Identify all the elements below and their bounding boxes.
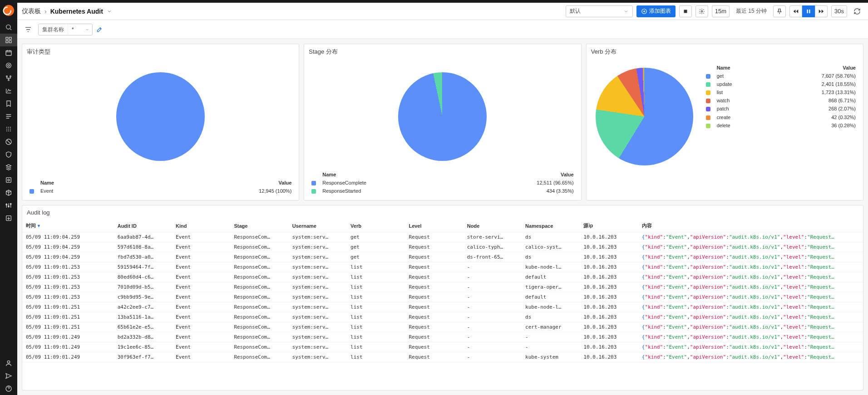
cell-audit-id: 65b61e2e-e5… bbox=[114, 322, 172, 332]
legend-name: create bbox=[715, 113, 762, 120]
nav-user-icon[interactable] bbox=[0, 357, 17, 370]
nav-bookmark-icon[interactable] bbox=[0, 97, 17, 110]
legend-value: 42 (0.32%) bbox=[763, 113, 858, 120]
table-row[interactable]: 05/09 11:09:01.25359159464-7f…EventRespo… bbox=[22, 262, 863, 272]
svg-point-10 bbox=[10, 76, 11, 77]
nav-target-icon[interactable] bbox=[0, 59, 17, 72]
col-namespace[interactable]: Namespace bbox=[522, 220, 580, 232]
nav-topology-icon[interactable] bbox=[0, 72, 17, 85]
nav-calendar-icon[interactable] bbox=[0, 46, 17, 59]
table-row[interactable]: 05/09 11:09:04.2596aa9ab87-4d…EventRespo… bbox=[22, 232, 863, 242]
add-chart-label: 添加图表 bbox=[649, 7, 671, 15]
legend-row[interactable]: delete36 (0.28%) bbox=[704, 122, 858, 129]
filter-cluster[interactable]: 集群名称 * bbox=[38, 24, 93, 35]
table-row[interactable]: 05/09 11:09:01.25113ba5116-1a…EventRespo… bbox=[22, 312, 863, 322]
svg-point-13 bbox=[8, 127, 9, 128]
pause-button[interactable] bbox=[802, 5, 815, 17]
table-row[interactable]: 05/09 11:09:01.2537010d09d-b5…EventRespo… bbox=[22, 282, 863, 292]
svg-rect-34 bbox=[809, 9, 810, 13]
settings-button[interactable] bbox=[695, 5, 708, 17]
table-row[interactable]: 05/09 11:09:01.24930f963ef-f7…EventRespo… bbox=[22, 352, 863, 362]
col-source-ip[interactable]: 源ip bbox=[580, 220, 638, 232]
cell-audit-id: 19c1ee6c-85… bbox=[114, 342, 172, 352]
legend-row[interactable]: create42 (0.32%) bbox=[704, 113, 858, 120]
variable-select-default[interactable]: 默认 bbox=[566, 5, 633, 17]
table-row[interactable]: 05/09 11:09:01.249bd2a332b-d8…EventRespo… bbox=[22, 332, 863, 342]
col-stage[interactable]: Stage bbox=[230, 220, 288, 232]
table-row[interactable]: 05/09 11:09:01.25380ed60d4-c6…EventRespo… bbox=[22, 272, 863, 282]
table-row[interactable]: 05/09 11:09:01.251a42c2ee9-c7…EventRespo… bbox=[22, 302, 863, 312]
chevron-down-icon[interactable] bbox=[107, 9, 112, 14]
pie-chart-stage[interactable] bbox=[398, 72, 487, 161]
rewind-button[interactable] bbox=[789, 5, 802, 17]
breadcrumb-root[interactable]: 仪表板 bbox=[22, 7, 41, 15]
cell-content: {"kind":"Event","apiVersion":"audit.k8s.… bbox=[638, 252, 863, 262]
cell-level: Request bbox=[405, 282, 463, 292]
legend-row[interactable]: watch868 (6.71%) bbox=[704, 97, 858, 104]
legend-row[interactable]: get7,607 (58.76%) bbox=[704, 72, 858, 80]
stop-button[interactable] bbox=[679, 5, 692, 17]
nav-dashboard-icon[interactable] bbox=[0, 34, 17, 46]
time-range-picker[interactable]: 15m bbox=[712, 5, 730, 17]
nav-forbid-icon[interactable] bbox=[0, 135, 17, 148]
col-kind[interactable]: Kind bbox=[172, 220, 230, 232]
nav-cube-icon[interactable] bbox=[0, 186, 17, 199]
cell-kind: Event bbox=[172, 262, 230, 272]
legend-row[interactable]: update2,401 (18.55%) bbox=[704, 80, 858, 88]
panel-audit-type: 审计类型 Name Value Event12,945 (100%) bbox=[22, 44, 299, 200]
cell-namespace: tigera-oper… bbox=[522, 282, 580, 292]
cell-audit-id: 13ba5116-1a… bbox=[114, 312, 172, 322]
cell-kind: Event bbox=[172, 252, 230, 262]
table-row[interactable]: 05/09 11:09:01.25165b61e2e-e5…EventRespo… bbox=[22, 322, 863, 332]
time-range-label[interactable]: 最近 15 分钟 bbox=[733, 7, 769, 15]
legend-row[interactable]: Event12,945 (100%) bbox=[28, 187, 293, 195]
legend-row[interactable]: list1,723 (13.31%) bbox=[704, 89, 858, 96]
cell-level: Request bbox=[405, 302, 463, 312]
col-node[interactable]: Node bbox=[464, 220, 522, 232]
pin-button[interactable] bbox=[773, 5, 786, 17]
refresh-interval-select[interactable]: 30s bbox=[831, 5, 847, 17]
nav-import-icon[interactable] bbox=[0, 212, 17, 225]
nav-analytics-icon[interactable] bbox=[0, 85, 17, 97]
nav-list-icon[interactable] bbox=[0, 110, 17, 123]
forward-button[interactable] bbox=[815, 5, 828, 17]
svg-point-19 bbox=[8, 130, 9, 131]
col-verb[interactable]: Verb bbox=[347, 220, 405, 232]
app-logo-icon[interactable] bbox=[3, 5, 15, 16]
col-audit-id[interactable]: Audit ID bbox=[114, 220, 172, 232]
filter-icon[interactable] bbox=[22, 24, 35, 35]
nav-apps-icon[interactable] bbox=[0, 123, 17, 135]
refresh-button[interactable] bbox=[851, 5, 863, 17]
pie-chart-verb[interactable] bbox=[596, 68, 693, 165]
add-chart-button[interactable]: 添加图表 bbox=[636, 5, 676, 17]
col-content[interactable]: 内容 bbox=[638, 220, 863, 232]
col-level[interactable]: Level bbox=[405, 220, 463, 232]
table-row[interactable]: 05/09 11:09:04.259597d6108-8a…EventRespo… bbox=[22, 242, 863, 252]
nav-disk-icon[interactable] bbox=[0, 174, 17, 186]
cell-content: {"kind":"Event","apiVersion":"audit.k8s.… bbox=[638, 262, 863, 272]
legend-row[interactable]: patch268 (2.07%) bbox=[704, 105, 858, 112]
nav-send-icon[interactable] bbox=[0, 370, 17, 382]
panel-title: Audit log bbox=[22, 205, 863, 220]
table-row[interactable]: 05/09 11:09:01.253c9bb9d95-9e…EventRespo… bbox=[22, 292, 863, 302]
nav-help-icon[interactable] bbox=[0, 382, 17, 395]
col-time[interactable]: 时间▼ bbox=[22, 220, 114, 232]
nav-sliders-icon[interactable] bbox=[0, 199, 17, 212]
legend-row[interactable]: ResponseStarted434 (3.35%) bbox=[310, 187, 575, 195]
cell-kind: Event bbox=[172, 272, 230, 282]
table-row[interactable]: 05/09 11:09:04.259fbd7d530-a0…EventRespo… bbox=[22, 252, 863, 262]
panel-title: Stage 分布 bbox=[304, 44, 581, 60]
breadcrumb-current[interactable]: Kubernetes Audit bbox=[50, 8, 103, 15]
svg-point-11 bbox=[8, 80, 10, 81]
nav-shield-icon[interactable] bbox=[0, 148, 17, 161]
nav-stacks-icon[interactable] bbox=[0, 161, 17, 174]
variable-select-value: 默认 bbox=[570, 7, 581, 15]
edit-filter-link[interactable] bbox=[96, 26, 103, 33]
col-username[interactable]: Username bbox=[289, 220, 347, 232]
table-row[interactable]: 05/09 11:09:01.24919c1ee6c-85…EventRespo… bbox=[22, 342, 863, 352]
pie-chart-audit-type[interactable] bbox=[116, 72, 205, 161]
nav-search-icon[interactable] bbox=[0, 21, 17, 34]
filter-cluster-value: * bbox=[68, 24, 82, 35]
cell-audit-id: 6aa9ab87-4d… bbox=[114, 232, 172, 242]
legend-row[interactable]: ResponseComplete12,511 (96.65%) bbox=[310, 179, 575, 186]
